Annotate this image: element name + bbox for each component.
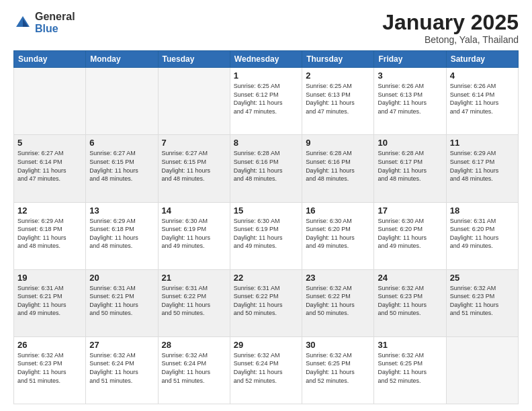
calendar-cell: 18Sunrise: 6:31 AMSunset: 6:20 PMDayligh…: [446, 202, 518, 269]
calendar-table: SundayMondayTuesdayWednesdayThursdayFrid…: [13, 50, 519, 404]
day-info: Sunrise: 6:25 AMSunset: 6:13 PMDaylight:…: [306, 82, 370, 116]
day-info: Sunrise: 6:28 AMSunset: 6:17 PMDaylight:…: [378, 149, 442, 183]
calendar-cell: 15Sunrise: 6:30 AMSunset: 6:19 PMDayligh…: [230, 202, 302, 269]
day-info: Sunrise: 6:29 AMSunset: 6:18 PMDaylight:…: [17, 217, 82, 250]
calendar-cell: 23Sunrise: 6:32 AMSunset: 6:22 PMDayligh…: [302, 269, 374, 336]
day-info: Sunrise: 6:27 AMSunset: 6:15 PMDaylight:…: [89, 149, 154, 183]
day-number: 12: [17, 205, 82, 216]
day-info: Sunrise: 6:32 AMSunset: 6:23 PMDaylight:…: [450, 284, 515, 318]
day-number: 29: [234, 340, 298, 350]
calendar-cell: 13Sunrise: 6:29 AMSunset: 6:18 PMDayligh…: [86, 202, 158, 269]
weekday-header-monday: Monday: [86, 51, 158, 68]
day-info: Sunrise: 6:27 AMSunset: 6:15 PMDaylight:…: [162, 149, 226, 183]
calendar-cell: [446, 336, 518, 404]
day-info: Sunrise: 6:30 AMSunset: 6:19 PMDaylight:…: [162, 217, 226, 250]
day-info: Sunrise: 6:30 AMSunset: 6:19 PMDaylight:…: [234, 217, 298, 250]
day-info: Sunrise: 6:25 AMSunset: 6:12 PMDaylight:…: [234, 82, 298, 116]
day-number: 28: [162, 340, 226, 350]
day-number: 10: [378, 138, 442, 148]
weekday-header-friday: Friday: [374, 51, 446, 68]
day-info: Sunrise: 6:32 AMSunset: 6:23 PMDaylight:…: [378, 284, 442, 318]
calendar-week-2: 5Sunrise: 6:27 AMSunset: 6:14 PMDaylight…: [14, 135, 519, 202]
day-number: 27: [89, 340, 154, 350]
page: General Blue January 2025 Betong, Yala, …: [0, 0, 532, 411]
day-info: Sunrise: 6:26 AMSunset: 6:14 PMDaylight:…: [450, 82, 515, 116]
day-info: Sunrise: 6:32 AMSunset: 6:24 PMDaylight:…: [162, 351, 226, 385]
day-info: Sunrise: 6:32 AMSunset: 6:25 PMDaylight:…: [378, 351, 442, 385]
calendar-cell: 12Sunrise: 6:29 AMSunset: 6:18 PMDayligh…: [14, 202, 86, 269]
day-number: 8: [234, 138, 298, 148]
calendar-cell: 26Sunrise: 6:32 AMSunset: 6:23 PMDayligh…: [14, 336, 86, 404]
day-info: Sunrise: 6:30 AMSunset: 6:20 PMDaylight:…: [306, 217, 370, 250]
calendar-header-row: SundayMondayTuesdayWednesdayThursdayFrid…: [14, 51, 519, 68]
day-info: Sunrise: 6:29 AMSunset: 6:18 PMDaylight:…: [89, 217, 154, 250]
weekday-header-thursday: Thursday: [302, 51, 374, 68]
day-number: 21: [162, 273, 226, 283]
calendar-cell: 22Sunrise: 6:31 AMSunset: 6:22 PMDayligh…: [230, 269, 302, 336]
day-info: Sunrise: 6:26 AMSunset: 6:13 PMDaylight:…: [378, 82, 442, 116]
calendar-cell: 11Sunrise: 6:29 AMSunset: 6:17 PMDayligh…: [446, 135, 518, 202]
day-info: Sunrise: 6:28 AMSunset: 6:16 PMDaylight:…: [306, 149, 370, 183]
day-number: 13: [89, 205, 154, 216]
calendar-week-1: 1Sunrise: 6:25 AMSunset: 6:12 PMDaylight…: [14, 68, 519, 135]
calendar-cell: 10Sunrise: 6:28 AMSunset: 6:17 PMDayligh…: [374, 135, 446, 202]
logo-text: General Blue: [35, 11, 75, 34]
day-number: 16: [306, 205, 370, 216]
day-info: Sunrise: 6:30 AMSunset: 6:20 PMDaylight:…: [378, 217, 442, 250]
calendar-cell: 6Sunrise: 6:27 AMSunset: 6:15 PMDaylight…: [86, 135, 158, 202]
day-info: Sunrise: 6:32 AMSunset: 6:22 PMDaylight:…: [306, 284, 370, 318]
logo-general: General: [35, 11, 75, 23]
calendar-cell: 2Sunrise: 6:25 AMSunset: 6:13 PMDaylight…: [302, 68, 374, 135]
day-number: 3: [378, 71, 442, 81]
calendar-cell: 5Sunrise: 6:27 AMSunset: 6:14 PMDaylight…: [14, 135, 86, 202]
calendar-cell: 28Sunrise: 6:32 AMSunset: 6:24 PMDayligh…: [158, 336, 230, 404]
calendar-cell: 20Sunrise: 6:31 AMSunset: 6:21 PMDayligh…: [86, 269, 158, 336]
day-info: Sunrise: 6:31 AMSunset: 6:22 PMDaylight:…: [162, 284, 226, 318]
day-number: 17: [378, 205, 442, 216]
calendar-cell: 9Sunrise: 6:28 AMSunset: 6:16 PMDaylight…: [302, 135, 374, 202]
calendar-cell: 29Sunrise: 6:32 AMSunset: 6:24 PMDayligh…: [230, 336, 302, 404]
day-number: 31: [378, 340, 442, 350]
day-number: 9: [306, 138, 370, 148]
day-info: Sunrise: 6:31 AMSunset: 6:20 PMDaylight:…: [450, 217, 515, 250]
day-info: Sunrise: 6:32 AMSunset: 6:24 PMDaylight:…: [234, 351, 298, 385]
weekday-header-sunday: Sunday: [14, 51, 86, 68]
day-info: Sunrise: 6:31 AMSunset: 6:21 PMDaylight:…: [17, 284, 82, 318]
day-number: 1: [234, 71, 298, 81]
day-info: Sunrise: 6:32 AMSunset: 6:23 PMDaylight:…: [17, 351, 82, 385]
day-info: Sunrise: 6:32 AMSunset: 6:25 PMDaylight:…: [306, 351, 370, 385]
calendar-week-3: 12Sunrise: 6:29 AMSunset: 6:18 PMDayligh…: [14, 202, 519, 269]
day-number: 2: [306, 71, 370, 81]
calendar-cell: 19Sunrise: 6:31 AMSunset: 6:21 PMDayligh…: [14, 269, 86, 336]
weekday-header-saturday: Saturday: [446, 51, 518, 68]
day-number: 5: [17, 138, 82, 148]
day-number: 15: [234, 205, 298, 216]
calendar-cell: [86, 68, 158, 135]
day-number: 7: [162, 138, 226, 148]
day-info: Sunrise: 6:31 AMSunset: 6:22 PMDaylight:…: [234, 284, 298, 318]
calendar-cell: [14, 68, 86, 135]
calendar-cell: 1Sunrise: 6:25 AMSunset: 6:12 PMDaylight…: [230, 68, 302, 135]
logo: General Blue: [13, 11, 75, 34]
title-block: January 2025 Betong, Yala, Thailand: [382, 11, 519, 45]
day-number: 6: [89, 138, 154, 148]
day-info: Sunrise: 6:31 AMSunset: 6:21 PMDaylight:…: [89, 284, 154, 318]
day-number: 11: [450, 138, 515, 148]
page-title: January 2025: [382, 11, 519, 34]
calendar-cell: 24Sunrise: 6:32 AMSunset: 6:23 PMDayligh…: [374, 269, 446, 336]
day-info: Sunrise: 6:29 AMSunset: 6:17 PMDaylight:…: [450, 149, 515, 183]
calendar-cell: 8Sunrise: 6:28 AMSunset: 6:16 PMDaylight…: [230, 135, 302, 202]
page-subtitle: Betong, Yala, Thailand: [382, 34, 519, 45]
calendar-cell: 4Sunrise: 6:26 AMSunset: 6:14 PMDaylight…: [446, 68, 518, 135]
logo-blue: Blue: [35, 23, 75, 35]
day-number: 24: [378, 273, 442, 283]
calendar-cell: 17Sunrise: 6:30 AMSunset: 6:20 PMDayligh…: [374, 202, 446, 269]
day-number: 20: [89, 273, 154, 283]
logo-icon: [13, 13, 32, 32]
calendar-cell: 3Sunrise: 6:26 AMSunset: 6:13 PMDaylight…: [374, 68, 446, 135]
day-number: 23: [306, 273, 370, 283]
calendar-cell: [158, 68, 230, 135]
day-number: 19: [17, 273, 82, 283]
calendar-cell: 21Sunrise: 6:31 AMSunset: 6:22 PMDayligh…: [158, 269, 230, 336]
day-number: 18: [450, 205, 515, 216]
